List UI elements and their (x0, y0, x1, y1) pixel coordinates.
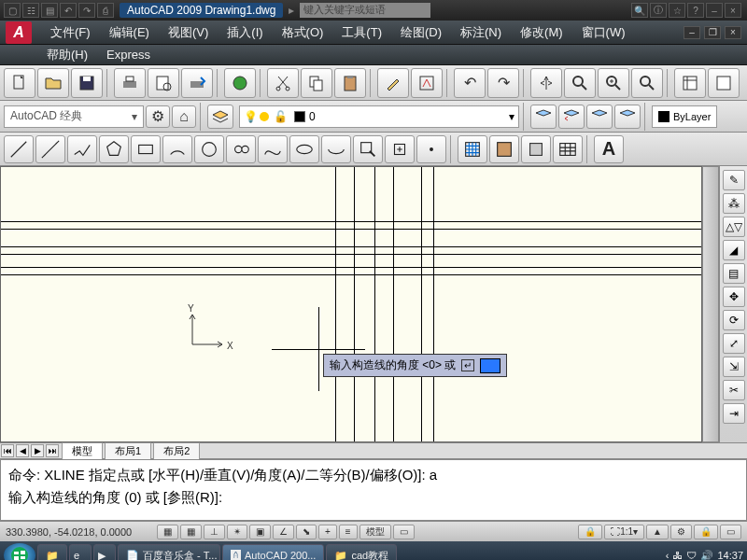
clean-screen-icon[interactable]: ▭ (720, 525, 741, 539)
linetype-dropdown[interactable]: ByLayer (652, 105, 717, 128)
close-window-icon[interactable]: × (725, 3, 741, 18)
qat-print-icon[interactable]: ⎙ (97, 3, 114, 18)
menu-edit[interactable]: 编辑(E) (100, 21, 159, 44)
pan-icon[interactable] (530, 68, 562, 98)
cut-icon[interactable] (267, 68, 299, 98)
table-tool-icon[interactable] (553, 135, 583, 163)
ellipse-tool-icon[interactable] (289, 135, 319, 163)
start-button-icon[interactable] (4, 543, 35, 560)
print-preview-icon[interactable] (148, 68, 179, 98)
tray-clock[interactable]: 14:37 (717, 550, 743, 560)
model-space-toggle[interactable]: 模型 (359, 525, 391, 539)
command-line[interactable]: 命令: XLINE 指定点或 [水平(H)/垂直(V)/角度(A)/二等分(B)… (0, 459, 747, 521)
tooltip-input-box[interactable] (480, 358, 500, 373)
grid-toggle[interactable]: ▦ (180, 525, 202, 539)
undo-icon[interactable]: ↶ (454, 68, 486, 98)
spline-tool-icon[interactable] (258, 135, 288, 163)
tray-shield-icon[interactable]: 🛡 (686, 550, 697, 560)
layer-match-icon[interactable] (614, 105, 641, 129)
save-file-icon[interactable] (71, 68, 103, 98)
array-icon[interactable]: ▤ (723, 263, 745, 284)
workspace-switch-icon[interactable]: ⚙ (670, 525, 692, 539)
ellipse-arc-tool-icon[interactable] (321, 135, 351, 163)
circle-tool-icon[interactable] (194, 135, 224, 163)
menu-window[interactable]: 窗口(W) (572, 21, 635, 44)
tab-next-icon[interactable]: ▶ (31, 444, 44, 457)
app-logo-icon[interactable]: A (6, 21, 32, 44)
point-tool-icon[interactable] (416, 135, 446, 163)
search-icon[interactable]: 🔍 (631, 3, 648, 18)
ortho-toggle[interactable]: ⊥ (204, 525, 225, 539)
workspace-settings-icon[interactable]: ⚙ (146, 105, 170, 128)
infocenter-icon[interactable]: ⓘ (650, 3, 667, 18)
dyn-toggle[interactable]: + (318, 525, 337, 539)
qat-undo-icon[interactable]: ↶ (60, 3, 77, 18)
osnap-toggle[interactable]: ▣ (249, 525, 271, 539)
menu-file[interactable]: 文件(F) (41, 21, 100, 44)
publish-icon[interactable] (181, 68, 213, 98)
task-item-2[interactable]: 🅰 AutoCAD 200... (222, 544, 324, 560)
tab-layout1[interactable]: 布局1 (105, 442, 151, 459)
drawing-canvas[interactable]: Y X 输入构造线的角度 <0> 或 ↵ (0, 166, 702, 442)
layer-properties-icon[interactable] (207, 105, 233, 129)
line-tool-icon[interactable] (4, 135, 34, 163)
print-icon[interactable] (114, 68, 146, 98)
menu-draw[interactable]: 绘图(D) (391, 21, 451, 44)
tray-volume-icon[interactable]: 🔊 (700, 550, 713, 561)
layer-state-icon[interactable] (530, 105, 557, 129)
make-block-icon[interactable] (385, 135, 415, 163)
doc-restore-icon[interactable]: ❐ (704, 26, 721, 39)
minimize-window-icon[interactable]: – (706, 3, 723, 18)
copy-obj-icon[interactable]: ⁂ (723, 193, 745, 214)
tab-prev-icon[interactable]: ◀ (16, 444, 29, 457)
text-tool-icon[interactable]: A (594, 135, 624, 163)
paste-icon[interactable] (334, 68, 366, 98)
tab-layout2[interactable]: 布局2 (153, 442, 200, 459)
layer-iso-icon[interactable] (586, 105, 613, 129)
task-item-3[interactable]: 📁 cad教程 (326, 544, 397, 560)
toolbar-lock-icon[interactable]: 🔒 (694, 525, 718, 539)
design-center-icon[interactable] (708, 68, 740, 98)
layer-previous-icon[interactable] (558, 105, 585, 129)
xline-tool-icon[interactable] (35, 135, 65, 163)
menu-express[interactable]: Express (97, 45, 160, 64)
task-item-1[interactable]: 📄 百度音乐盒 - T... (118, 544, 220, 560)
block-editor-icon[interactable] (411, 68, 443, 98)
tray-expand-icon[interactable]: ‹ (666, 550, 669, 560)
qat-redo-icon[interactable]: ↷ (78, 3, 95, 18)
dynamic-input-tooltip[interactable]: 输入构造线的角度 <0> 或 ↵ (323, 354, 507, 377)
menu-modify[interactable]: 修改(M) (511, 21, 572, 44)
otrack-toggle[interactable]: ∠ (273, 525, 294, 539)
annotation-icon[interactable]: 🔒 (578, 525, 602, 539)
scale-display[interactable]: ⛶ 1:1 ▾ (604, 525, 644, 539)
tab-model[interactable]: 模型 (62, 442, 103, 459)
qat-open-icon[interactable]: ☷ (22, 3, 39, 18)
properties-icon[interactable] (674, 68, 706, 98)
trim-icon[interactable]: ✂ (723, 380, 745, 400)
menu-help[interactable]: 帮助(H) (37, 44, 97, 66)
zoom-previous-icon[interactable] (631, 68, 663, 98)
help-icon[interactable]: ? (687, 3, 704, 18)
favorites-icon[interactable]: ☆ (669, 3, 685, 18)
match-properties-icon[interactable] (377, 68, 409, 98)
menu-insert[interactable]: 插入(I) (218, 21, 272, 44)
quick-launch-media-icon[interactable]: ▶ (93, 544, 116, 560)
scale-icon[interactable]: ⤢ (723, 333, 745, 354)
move-icon[interactable]: ✥ (723, 287, 745, 307)
copy-icon[interactable] (301, 68, 332, 98)
revcloud-tool-icon[interactable] (226, 135, 256, 163)
help-search-input[interactable]: 键入关键字或短语 (300, 3, 430, 18)
coordinates-display[interactable]: 330.3980, -54.0218, 0.0000 (6, 526, 155, 538)
lwt-toggle[interactable]: ≡ (339, 525, 358, 539)
offset-icon[interactable]: ◢ (723, 240, 745, 260)
vertical-scrollbar[interactable] (702, 166, 719, 442)
menu-view[interactable]: 视图(V) (159, 21, 218, 44)
tab-first-icon[interactable]: ⏮ (1, 444, 14, 457)
doc-minimize-icon[interactable]: – (684, 26, 700, 39)
mirror-icon[interactable]: △▽ (723, 217, 745, 237)
redo-icon[interactable]: ↷ (487, 68, 519, 98)
ducs-toggle[interactable]: ⬊ (296, 525, 317, 539)
menu-format[interactable]: 格式(O) (273, 21, 333, 44)
web-icon[interactable] (224, 68, 256, 98)
workspace-selector[interactable]: AutoCAD 经典▾ (4, 105, 144, 128)
